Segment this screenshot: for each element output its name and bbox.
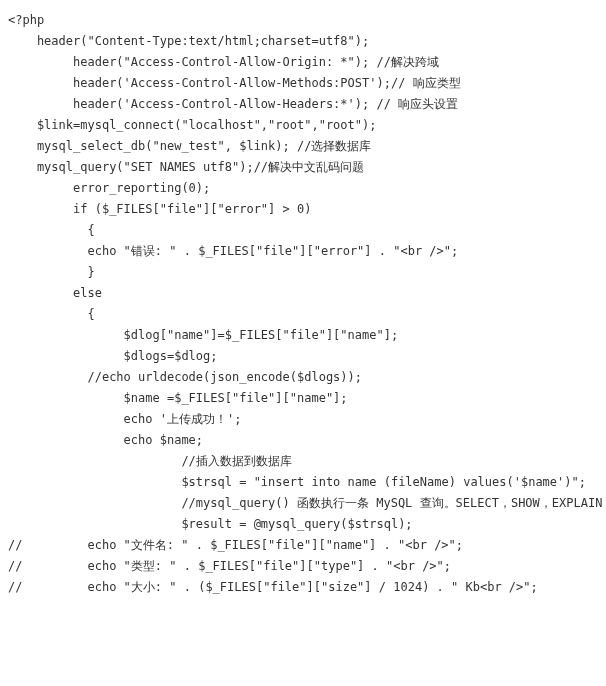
code-block: <?php header("Content-Type:text/html;cha…	[0, 0, 606, 608]
